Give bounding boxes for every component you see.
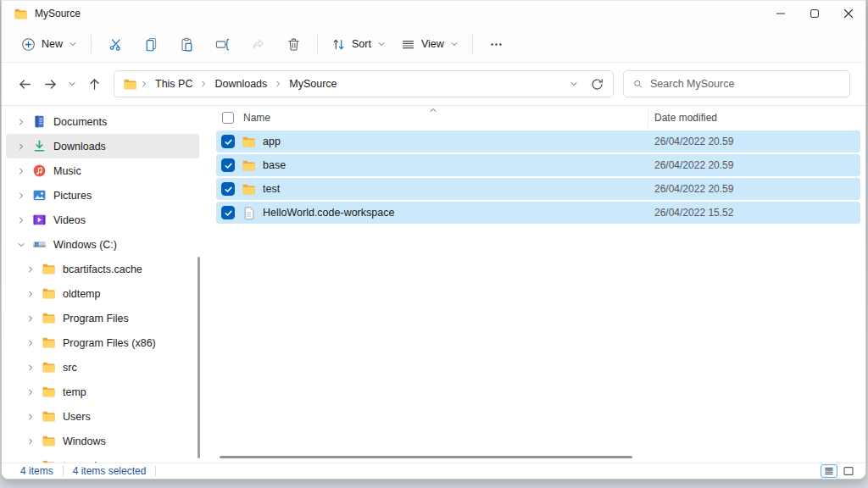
search-box[interactable]	[623, 70, 850, 97]
chevron-right-icon[interactable]	[26, 462, 35, 463]
toolbar-divider	[317, 35, 318, 53]
file-row-helloworld-code-workspace[interactable]: HelloWorld.code-workspace26/04/2022 15.5…	[216, 202, 860, 224]
chevron-down-icon	[450, 40, 459, 48]
date-modified-column-header[interactable]: Date modified	[648, 108, 860, 128]
forward-button[interactable]	[37, 71, 63, 97]
back-button[interactable]	[12, 71, 37, 97]
up-button[interactable]	[81, 71, 107, 97]
clipboard-icon	[180, 37, 194, 52]
file-explorer-window: MySource New Sort View	[1, 0, 866, 480]
sidebar-item-windows-c-[interactable]: Windows (C:)	[6, 232, 199, 257]
chevron-down-icon[interactable]	[17, 241, 25, 249]
minimize-button[interactable]	[764, 1, 798, 26]
copy-button[interactable]	[133, 30, 169, 58]
chevron-right-icon[interactable]	[26, 388, 35, 396]
window-controls	[764, 1, 865, 26]
delete-button[interactable]	[275, 30, 311, 58]
chevron-right-icon[interactable]	[17, 118, 25, 126]
close-button[interactable]	[832, 1, 865, 26]
breadcrumb[interactable]: This PCDownloadsMySource	[114, 70, 614, 97]
details-view-button[interactable]	[821, 464, 837, 478]
chevron-right-icon[interactable]	[17, 191, 25, 200]
chevron-right-icon[interactable]	[26, 339, 35, 347]
sort-button[interactable]: Sort	[324, 30, 393, 58]
row-checkbox[interactable]	[221, 158, 235, 172]
sidebar-item-videos[interactable]: Videos	[6, 208, 199, 232]
file-row-test[interactable]: test26/04/2022 20.59	[216, 178, 860, 200]
row-checkbox[interactable]	[221, 182, 235, 196]
sidebar-item-windows[interactable]: Windows	[6, 429, 199, 453]
chevron-right-icon[interactable]	[26, 314, 35, 323]
share-button[interactable]	[240, 30, 275, 58]
sidebar-item-users[interactable]: Users	[6, 404, 199, 429]
check-icon	[224, 161, 233, 170]
sidebar-item-pictures[interactable]: Pictures	[6, 183, 199, 208]
sidebar-item-temp-zip[interactable]: temp.zip	[6, 453, 199, 463]
sidebar-item-label: Windows	[63, 435, 106, 447]
rename-icon	[215, 37, 230, 52]
cut-button[interactable]	[97, 30, 133, 58]
file-date-modified: 26/04/2022 20.59	[648, 183, 860, 195]
folder-zip-icon	[42, 458, 56, 463]
select-all-checkbox[interactable]	[222, 112, 234, 124]
items-count: 4 items	[20, 465, 53, 477]
sidebar-item-label: bcartifacts.cache	[63, 263, 142, 275]
chevron-right-icon[interactable]	[26, 265, 35, 274]
chevron-right-icon[interactable]	[26, 290, 35, 298]
chevron-right-icon[interactable]	[26, 437, 35, 446]
chevron-down-icon	[69, 40, 77, 48]
maximize-icon	[810, 9, 819, 18]
file-row-base[interactable]: base26/04/2022 20.59	[216, 154, 860, 176]
maximize-button[interactable]	[798, 1, 832, 26]
chevron-right-icon[interactable]	[17, 142, 25, 151]
sidebar-item-documents[interactable]: Documents	[6, 109, 199, 134]
icons-view-button[interactable]	[840, 464, 857, 478]
folder-icon	[242, 135, 256, 149]
breadcrumb-segment-downloads[interactable]: Downloads	[209, 75, 272, 92]
trash-icon	[287, 37, 301, 52]
copy-icon	[144, 37, 159, 52]
icons-view-icon	[843, 466, 854, 476]
sidebar-item-program-files-x86-[interactable]: Program Files (x86)	[6, 330, 199, 355]
rename-button[interactable]	[204, 30, 240, 58]
search-input[interactable]	[650, 78, 840, 90]
address-dropdown-icon[interactable]	[570, 80, 578, 88]
horizontal-scrollbar[interactable]	[220, 456, 632, 458]
paste-button[interactable]	[169, 30, 204, 58]
sidebar-item-program-files[interactable]: Program Files	[6, 306, 199, 330]
window-folder-icon	[14, 7, 28, 21]
row-checkbox[interactable]	[221, 135, 235, 148]
sidebar-item-bcartifacts-cache[interactable]: bcartifacts.cache	[6, 257, 199, 281]
file-row-app[interactable]: app26/04/2022 20.59	[216, 130, 860, 152]
folder-icon	[42, 336, 56, 350]
sidebar-item-src[interactable]: src	[6, 355, 199, 380]
sidebar-item-temp[interactable]: temp	[6, 380, 199, 404]
sidebar-item-label: Program Files	[63, 313, 129, 324]
status-divider	[155, 466, 156, 476]
folder-icon	[42, 286, 56, 301]
chevron-right-icon[interactable]	[17, 216, 25, 225]
row-checkbox[interactable]	[221, 206, 235, 219]
chevron-right-icon[interactable]	[17, 167, 25, 175]
breadcrumb-segment-this-pc[interactable]: This PC	[150, 75, 198, 92]
breadcrumb-segment-mysource[interactable]: MySource	[284, 75, 342, 92]
new-button[interactable]: New	[14, 30, 85, 58]
sidebar-item-label: temp.zip	[63, 460, 103, 463]
sidebar-item-downloads[interactable]: Downloads	[6, 134, 199, 158]
sidebar-item-oldtemp[interactable]: oldtemp	[6, 281, 199, 306]
file-name: test	[263, 183, 280, 195]
chevron-right-icon[interactable]	[26, 363, 35, 372]
sidebar-item-music[interactable]: Music	[6, 158, 199, 183]
refresh-icon[interactable]	[590, 77, 604, 92]
folder-icon	[42, 385, 56, 399]
back-arrow-icon	[18, 77, 32, 92]
sidebar-scrollbar[interactable]	[198, 257, 200, 458]
view-lines-icon	[401, 37, 415, 52]
plus-circle-icon	[21, 37, 36, 52]
chevron-down-icon	[377, 40, 386, 48]
recent-locations-button[interactable]	[63, 71, 81, 97]
sidebar-item-label: temp	[63, 386, 86, 398]
view-button[interactable]: View	[393, 30, 466, 58]
chevron-right-icon[interactable]	[26, 413, 35, 421]
see-more-button[interactable]	[479, 30, 515, 58]
